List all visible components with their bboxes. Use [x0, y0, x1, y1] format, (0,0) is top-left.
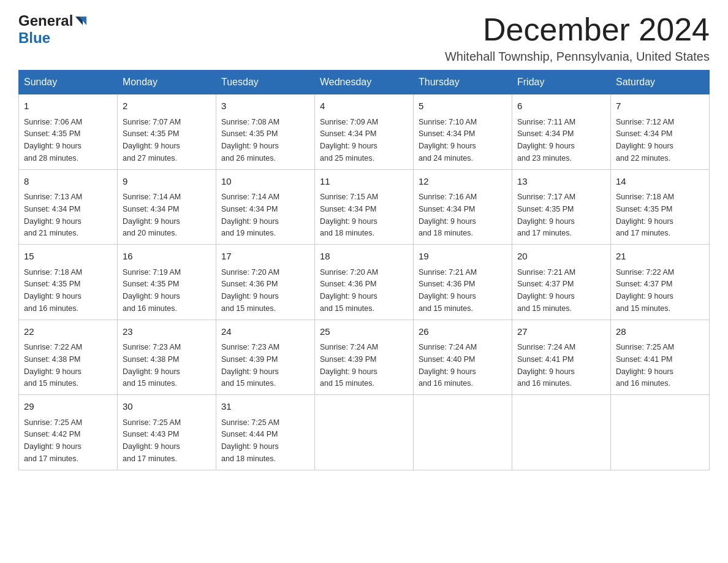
calendar-cell: 22 Sunrise: 7:22 AMSunset: 4:38 PMDaylig…	[19, 320, 118, 395]
header-monday: Monday	[118, 71, 216, 94]
day-number: 2	[123, 99, 211, 113]
calendar-cell: 27 Sunrise: 7:24 AMSunset: 4:41 PMDaylig…	[512, 320, 611, 395]
calendar-cell: 1 Sunrise: 7:06 AMSunset: 4:35 PMDayligh…	[19, 94, 118, 170]
calendar-cell: 28 Sunrise: 7:25 AMSunset: 4:41 PMDaylig…	[611, 320, 710, 395]
day-info: Sunrise: 7:14 AMSunset: 4:34 PMDaylight:…	[123, 193, 181, 237]
day-number: 5	[419, 99, 507, 113]
day-info: Sunrise: 7:13 AMSunset: 4:34 PMDaylight:…	[24, 193, 82, 237]
day-number: 19	[419, 250, 507, 264]
calendar-cell: 7 Sunrise: 7:12 AMSunset: 4:34 PMDayligh…	[611, 94, 710, 170]
calendar-cell: 20 Sunrise: 7:21 AMSunset: 4:37 PMDaylig…	[512, 245, 611, 320]
day-number: 30	[123, 400, 211, 414]
day-number: 25	[320, 325, 408, 339]
day-number: 22	[24, 325, 112, 339]
week-row-1: 1 Sunrise: 7:06 AMSunset: 4:35 PMDayligh…	[19, 94, 710, 170]
day-info: Sunrise: 7:06 AMSunset: 4:35 PMDaylight:…	[24, 118, 82, 163]
calendar-cell: 18 Sunrise: 7:20 AMSunset: 4:36 PMDaylig…	[315, 245, 414, 320]
day-info: Sunrise: 7:20 AMSunset: 4:36 PMDaylight:…	[221, 268, 279, 313]
calendar-cell: 31 Sunrise: 7:25 AMSunset: 4:44 PMDaylig…	[216, 395, 315, 470]
calendar-cell	[315, 395, 414, 470]
day-number: 8	[24, 175, 112, 189]
calendar-cell: 17 Sunrise: 7:20 AMSunset: 4:36 PMDaylig…	[216, 245, 315, 320]
day-number: 17	[221, 250, 309, 264]
day-info: Sunrise: 7:21 AMSunset: 4:37 PMDaylight:…	[517, 268, 575, 313]
day-info: Sunrise: 7:09 AMSunset: 4:34 PMDaylight:…	[320, 118, 378, 163]
header-thursday: Thursday	[414, 71, 512, 94]
calendar-cell: 12 Sunrise: 7:16 AMSunset: 4:34 PMDaylig…	[414, 169, 512, 245]
page-header: General Blue December 2024 Whitehall Tow…	[18, 12, 710, 64]
day-info: Sunrise: 7:25 AMSunset: 4:44 PMDaylight:…	[221, 418, 279, 463]
day-info: Sunrise: 7:24 AMSunset: 4:40 PMDaylight:…	[419, 343, 477, 388]
day-number: 21	[616, 250, 704, 264]
calendar-cell: 15 Sunrise: 7:18 AMSunset: 4:35 PMDaylig…	[19, 245, 118, 320]
day-number: 7	[616, 99, 704, 113]
day-info: Sunrise: 7:12 AMSunset: 4:34 PMDaylight:…	[616, 118, 674, 163]
day-number: 18	[320, 250, 408, 264]
day-info: Sunrise: 7:14 AMSunset: 4:34 PMDaylight:…	[221, 193, 279, 237]
day-info: Sunrise: 7:11 AMSunset: 4:34 PMDaylight:…	[517, 118, 575, 163]
day-info: Sunrise: 7:24 AMSunset: 4:41 PMDaylight:…	[517, 343, 575, 388]
day-info: Sunrise: 7:18 AMSunset: 4:35 PMDaylight:…	[616, 193, 674, 237]
calendar-cell	[512, 395, 611, 470]
calendar-cell: 19 Sunrise: 7:21 AMSunset: 4:36 PMDaylig…	[414, 245, 512, 320]
day-number: 26	[419, 325, 507, 339]
day-info: Sunrise: 7:21 AMSunset: 4:36 PMDaylight:…	[419, 268, 477, 313]
day-number: 15	[24, 250, 112, 264]
day-number: 6	[517, 99, 605, 113]
day-info: Sunrise: 7:15 AMSunset: 4:34 PMDaylight:…	[320, 193, 378, 237]
day-info: Sunrise: 7:22 AMSunset: 4:38 PMDaylight:…	[24, 343, 82, 388]
day-info: Sunrise: 7:25 AMSunset: 4:41 PMDaylight:…	[616, 343, 674, 388]
day-info: Sunrise: 7:24 AMSunset: 4:39 PMDaylight:…	[320, 343, 378, 388]
day-info: Sunrise: 7:20 AMSunset: 4:36 PMDaylight:…	[320, 268, 378, 313]
calendar-cell: 14 Sunrise: 7:18 AMSunset: 4:35 PMDaylig…	[611, 169, 710, 245]
day-info: Sunrise: 7:23 AMSunset: 4:38 PMDaylight:…	[123, 343, 181, 388]
calendar-cell: 26 Sunrise: 7:24 AMSunset: 4:40 PMDaylig…	[414, 320, 512, 395]
day-number: 16	[123, 250, 211, 264]
week-row-3: 15 Sunrise: 7:18 AMSunset: 4:35 PMDaylig…	[19, 245, 710, 320]
calendar-table: SundayMondayTuesdayWednesdayThursdayFrid…	[18, 70, 710, 470]
day-info: Sunrise: 7:23 AMSunset: 4:39 PMDaylight:…	[221, 343, 279, 388]
calendar-cell: 5 Sunrise: 7:10 AMSunset: 4:34 PMDayligh…	[414, 94, 512, 170]
header-friday: Friday	[512, 71, 611, 94]
calendar-cell: 21 Sunrise: 7:22 AMSunset: 4:37 PMDaylig…	[611, 245, 710, 320]
calendar-cell: 10 Sunrise: 7:14 AMSunset: 4:34 PMDaylig…	[216, 169, 315, 245]
day-number: 23	[123, 325, 211, 339]
week-row-5: 29 Sunrise: 7:25 AMSunset: 4:42 PMDaylig…	[19, 395, 710, 470]
logo: General Blue	[18, 12, 88, 47]
logo-blue-text: Blue	[18, 29, 50, 47]
day-info: Sunrise: 7:10 AMSunset: 4:34 PMDaylight:…	[419, 118, 477, 163]
title-section: December 2024 Whitehall Township, Pennsy…	[445, 12, 710, 64]
day-info: Sunrise: 7:25 AMSunset: 4:42 PMDaylight:…	[24, 418, 82, 463]
calendar-cell: 3 Sunrise: 7:08 AMSunset: 4:35 PMDayligh…	[216, 94, 315, 170]
header-saturday: Saturday	[611, 71, 710, 94]
day-number: 3	[221, 99, 309, 113]
day-number: 24	[221, 325, 309, 339]
day-info: Sunrise: 7:19 AMSunset: 4:35 PMDaylight:…	[123, 268, 181, 313]
calendar-cell: 2 Sunrise: 7:07 AMSunset: 4:35 PMDayligh…	[118, 94, 216, 170]
day-number: 14	[616, 175, 704, 189]
header-tuesday: Tuesday	[216, 71, 315, 94]
week-row-2: 8 Sunrise: 7:13 AMSunset: 4:34 PMDayligh…	[19, 169, 710, 245]
day-number: 12	[419, 175, 507, 189]
day-info: Sunrise: 7:25 AMSunset: 4:43 PMDaylight:…	[123, 418, 181, 463]
calendar-cell: 9 Sunrise: 7:14 AMSunset: 4:34 PMDayligh…	[118, 169, 216, 245]
day-number: 1	[24, 99, 112, 113]
day-number: 20	[517, 250, 605, 264]
day-info: Sunrise: 7:08 AMSunset: 4:35 PMDaylight:…	[221, 118, 279, 163]
month-title: December 2024	[445, 12, 710, 47]
week-row-4: 22 Sunrise: 7:22 AMSunset: 4:38 PMDaylig…	[19, 320, 710, 395]
calendar-cell: 11 Sunrise: 7:15 AMSunset: 4:34 PMDaylig…	[315, 169, 414, 245]
location-title: Whitehall Township, Pennsylvania, United…	[445, 50, 710, 64]
calendar-cell: 6 Sunrise: 7:11 AMSunset: 4:34 PMDayligh…	[512, 94, 611, 170]
header-wednesday: Wednesday	[315, 71, 414, 94]
calendar-cell: 25 Sunrise: 7:24 AMSunset: 4:39 PMDaylig…	[315, 320, 414, 395]
day-number: 4	[320, 99, 408, 113]
calendar-header-row: SundayMondayTuesdayWednesdayThursdayFrid…	[19, 71, 710, 94]
calendar-cell: 23 Sunrise: 7:23 AMSunset: 4:38 PMDaylig…	[118, 320, 216, 395]
day-info: Sunrise: 7:22 AMSunset: 4:37 PMDaylight:…	[616, 268, 674, 313]
calendar-cell	[611, 395, 710, 470]
calendar-cell: 24 Sunrise: 7:23 AMSunset: 4:39 PMDaylig…	[216, 320, 315, 395]
calendar-cell: 29 Sunrise: 7:25 AMSunset: 4:42 PMDaylig…	[19, 395, 118, 470]
calendar-cell: 4 Sunrise: 7:09 AMSunset: 4:34 PMDayligh…	[315, 94, 414, 170]
day-number: 27	[517, 325, 605, 339]
